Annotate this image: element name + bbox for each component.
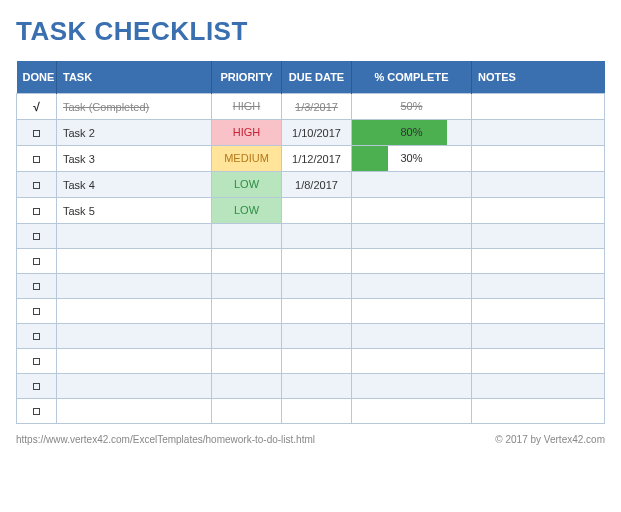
task-cell[interactable] — [57, 249, 212, 274]
table-row: Task 2HIGH1/10/201780% — [17, 120, 605, 146]
notes-cell[interactable] — [472, 120, 605, 146]
percent-complete-cell[interactable] — [352, 324, 472, 349]
done-cell[interactable] — [17, 198, 57, 224]
task-cell[interactable] — [57, 274, 212, 299]
due-date-cell[interactable]: 1/3/2017 — [282, 94, 352, 120]
done-cell[interactable] — [17, 349, 57, 374]
checkmark-icon: √ — [33, 100, 40, 114]
percent-complete-cell[interactable] — [352, 349, 472, 374]
percent-complete-cell[interactable] — [352, 399, 472, 424]
task-cell[interactable]: Task 3 — [57, 146, 212, 172]
due-date-cell[interactable] — [282, 299, 352, 324]
done-cell[interactable] — [17, 299, 57, 324]
notes-cell[interactable] — [472, 94, 605, 120]
task-cell[interactable]: Task 5 — [57, 198, 212, 224]
checkbox-icon — [33, 182, 40, 189]
notes-cell[interactable] — [472, 374, 605, 399]
priority-cell[interactable] — [212, 274, 282, 299]
task-cell[interactable] — [57, 399, 212, 424]
percent-complete-cell[interactable]: 30% — [352, 146, 472, 172]
priority-cell[interactable]: LOW — [212, 198, 282, 224]
done-cell[interactable] — [17, 120, 57, 146]
priority-badge: HIGH — [212, 120, 281, 145]
table-row: Task 5LOW — [17, 198, 605, 224]
checkbox-icon — [33, 156, 40, 163]
table-row — [17, 349, 605, 374]
notes-cell[interactable] — [472, 299, 605, 324]
checkbox-icon — [33, 258, 40, 265]
percent-complete-cell[interactable] — [352, 274, 472, 299]
task-cell[interactable]: Task (Completed) — [57, 94, 212, 120]
task-cell[interactable]: Task 4 — [57, 172, 212, 198]
priority-cell[interactable] — [212, 399, 282, 424]
notes-cell[interactable] — [472, 399, 605, 424]
progress-label: 50% — [352, 94, 471, 119]
footer-copyright: © 2017 by Vertex42.com — [495, 434, 605, 445]
page-title: TASK CHECKLIST — [16, 16, 605, 47]
table-row: √Task (Completed)HIGH1/3/201750% — [17, 94, 605, 120]
notes-cell[interactable] — [472, 249, 605, 274]
due-date-cell[interactable] — [282, 198, 352, 224]
task-cell[interactable] — [57, 299, 212, 324]
due-date-cell[interactable] — [282, 224, 352, 249]
checkbox-icon — [33, 130, 40, 137]
percent-complete-cell[interactable]: 80% — [352, 120, 472, 146]
notes-cell[interactable] — [472, 224, 605, 249]
table-row: Task 4LOW1/8/2017 — [17, 172, 605, 198]
due-date-cell[interactable] — [282, 274, 352, 299]
done-cell[interactable] — [17, 146, 57, 172]
due-date-cell[interactable] — [282, 374, 352, 399]
done-cell[interactable] — [17, 172, 57, 198]
done-cell[interactable] — [17, 249, 57, 274]
priority-cell[interactable] — [212, 349, 282, 374]
table-row — [17, 324, 605, 349]
task-cell[interactable] — [57, 349, 212, 374]
task-cell[interactable] — [57, 374, 212, 399]
priority-cell[interactable] — [212, 374, 282, 399]
percent-complete-cell[interactable] — [352, 198, 472, 224]
progress-label: 30% — [352, 146, 471, 171]
done-cell[interactable] — [17, 374, 57, 399]
done-cell[interactable] — [17, 324, 57, 349]
priority-badge: LOW — [212, 172, 281, 197]
done-cell[interactable] — [17, 399, 57, 424]
due-date-cell[interactable]: 1/10/2017 — [282, 120, 352, 146]
notes-cell[interactable] — [472, 274, 605, 299]
percent-complete-cell[interactable] — [352, 224, 472, 249]
table-header-row: DONE TASK PRIORITY DUE DATE % COMPLETE N… — [17, 61, 605, 94]
done-cell[interactable]: √ — [17, 94, 57, 120]
percent-complete-cell[interactable] — [352, 172, 472, 198]
done-cell[interactable] — [17, 274, 57, 299]
due-date-cell[interactable] — [282, 349, 352, 374]
priority-cell[interactable] — [212, 249, 282, 274]
priority-cell[interactable] — [212, 224, 282, 249]
percent-complete-cell[interactable] — [352, 249, 472, 274]
checkbox-icon — [33, 333, 40, 340]
due-date-cell[interactable] — [282, 324, 352, 349]
due-date-cell[interactable] — [282, 399, 352, 424]
priority-cell[interactable]: MEDIUM — [212, 146, 282, 172]
percent-complete-cell[interactable]: 50% — [352, 94, 472, 120]
priority-cell[interactable]: LOW — [212, 172, 282, 198]
table-row — [17, 249, 605, 274]
task-cell[interactable] — [57, 224, 212, 249]
due-date-cell[interactable]: 1/12/2017 — [282, 146, 352, 172]
priority-cell[interactable] — [212, 299, 282, 324]
notes-cell[interactable] — [472, 172, 605, 198]
done-cell[interactable] — [17, 224, 57, 249]
notes-cell[interactable] — [472, 324, 605, 349]
priority-cell[interactable] — [212, 324, 282, 349]
notes-cell[interactable] — [472, 198, 605, 224]
task-cell[interactable] — [57, 324, 212, 349]
footer: https://www.vertex42.com/ExcelTemplates/… — [16, 434, 605, 445]
notes-cell[interactable] — [472, 146, 605, 172]
percent-complete-cell[interactable] — [352, 374, 472, 399]
priority-cell[interactable]: HIGH — [212, 94, 282, 120]
notes-cell[interactable] — [472, 349, 605, 374]
due-date-cell[interactable]: 1/8/2017 — [282, 172, 352, 198]
due-date-cell[interactable] — [282, 249, 352, 274]
task-table: DONE TASK PRIORITY DUE DATE % COMPLETE N… — [16, 61, 605, 424]
percent-complete-cell[interactable] — [352, 299, 472, 324]
priority-cell[interactable]: HIGH — [212, 120, 282, 146]
task-cell[interactable]: Task 2 — [57, 120, 212, 146]
